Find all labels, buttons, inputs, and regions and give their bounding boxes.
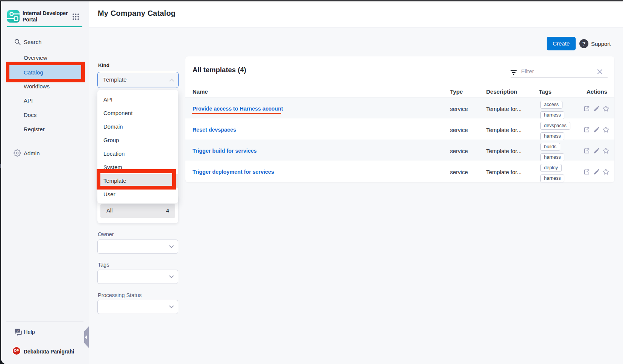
svg-text:?: ? <box>17 329 18 333</box>
